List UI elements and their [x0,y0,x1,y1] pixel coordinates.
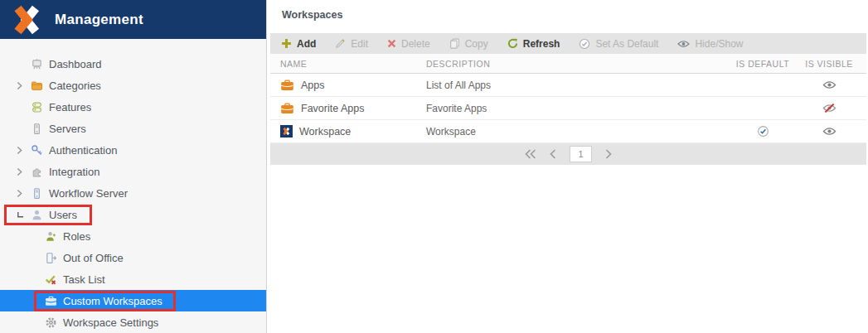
gear-icon [44,316,57,329]
workspace-name: Apps [301,80,325,91]
app-header: Management [0,0,266,39]
delete-button[interactable]: Delete [387,38,430,50]
key-icon [30,143,43,157]
sidebar-item-label: Authentication [49,144,117,157]
previous-page-button[interactable] [550,149,556,159]
eye-icon [822,80,836,89]
sidebar-item-workflow-server[interactable]: Workflow Server [0,182,266,204]
sidebar-item-label: Roles [63,230,90,243]
sidebar-item-servers[interactable]: Servers [0,118,266,139]
chevron-left-icon [550,149,556,159]
sidebar-item-label: Categories [49,80,101,92]
sidebar-item-users[interactable]: Users [0,204,266,225]
expander-collapsed[interactable] [17,167,30,176]
management-app-window: Management Dashboard Categories Features [0,0,868,333]
refresh-icon [507,38,518,49]
column-header-is-visible[interactable]: IS VISIBLE [805,59,853,69]
sidebar-item-roles[interactable]: Roles [0,225,266,247]
sidebar-item-integration[interactable]: Integration [0,161,266,182]
dashboard-icon [30,57,43,70]
sidebar-item-out-of-office[interactable]: Out of Office [0,247,266,268]
workspace-name: Favorite Apps [301,103,364,114]
sidebar-item-features[interactable]: Features [0,96,266,118]
is-default-check-icon [757,125,769,138]
expander-expanded[interactable] [17,211,30,219]
edit-button-label: Edit [351,38,368,50]
folder-icon [30,79,43,92]
next-page-button[interactable] [605,149,612,159]
column-header-is-default[interactable]: IS DEFAULT [736,59,789,69]
hide-show-label: Hide/Show [695,38,743,50]
plus-icon [281,38,292,49]
hide-show-button[interactable]: Hide/Show [677,38,743,50]
workspaces-panel: Workspaces Add Edit Delete Copy [268,0,868,333]
workspace-description: Workspace [426,126,725,138]
workspace-tile-logo-icon [280,125,293,138]
double-chevron-left-icon [525,149,536,159]
pagination-bar: 1 [270,143,866,165]
sidebar-nav-tree: Dashboard Categories Features Servers [0,39,266,333]
copy-icon [449,38,460,49]
sidebar-item-label: Custom Workspaces [63,295,162,307]
chevron-right-icon [17,189,22,198]
circle-check-icon [579,38,590,50]
add-button[interactable]: Add [281,38,316,50]
sidebar-item-label: Dashboard [49,58,102,70]
door-exit-icon [44,251,57,264]
refresh-button[interactable]: Refresh [507,38,560,50]
chevron-right-icon [605,149,612,159]
expander-collapsed[interactable] [17,146,30,155]
expander-collapsed[interactable] [17,189,30,198]
briefcase-icon [280,103,294,114]
column-header-description[interactable]: DESCRIPTION [426,59,725,69]
sidebar-item-label: Task List [63,273,105,286]
sidebar: Management Dashboard Categories Features [0,0,267,333]
refresh-button-label: Refresh [523,38,560,50]
sidebar-item-custom-workspaces[interactable]: Custom Workspaces [0,290,266,311]
brand-x-logo-icon [10,3,45,36]
table-row[interactable]: Workspace Workspace [270,120,866,143]
eye-icon [822,127,836,136]
annotation-highlight-box: Users [4,205,92,225]
sidebar-item-authentication[interactable]: Authentication [0,139,266,161]
current-page-input[interactable]: 1 [570,146,592,162]
copy-button-label: Copy [465,38,488,50]
table-row[interactable]: Favorite Apps Favorite Apps [270,97,866,120]
panel-title: Workspaces [268,0,868,33]
first-page-button[interactable] [525,149,536,159]
server-icon [30,186,43,200]
expander-collapsed[interactable] [17,81,30,90]
copy-button[interactable]: Copy [449,38,488,50]
add-button-label: Add [297,38,316,50]
expanded-corner-icon [17,211,24,219]
table-header: NAME DESCRIPTION IS DEFAULT IS VISIBLE [270,54,866,74]
sidebar-item-label: Features [49,101,91,113]
set-as-default-button[interactable]: Set As Default [579,38,658,50]
workspace-description: List of All Apps [426,80,725,91]
annotation-highlight-box: Custom Workspaces [34,291,176,311]
features-icon [30,100,43,113]
workspace-description: Favorite Apps [426,103,725,114]
sidebar-item-label: Workspace Settings [63,316,158,329]
sidebar-item-task-list[interactable]: Task List [0,268,266,290]
workspace-name: Workspace [299,126,351,138]
user-icon [30,208,43,221]
chevron-right-icon [17,81,22,90]
eye-slash-icon [822,104,836,113]
briefcase-icon [44,294,57,307]
sidebar-item-label: Integration [49,166,99,178]
briefcase-icon [280,80,294,91]
sidebar-item-dashboard[interactable]: Dashboard [0,53,266,75]
sidebar-item-label: Workflow Server [49,187,128,200]
sidebar-item-label: Users [49,209,77,221]
column-header-name[interactable]: NAME [280,59,426,69]
sidebar-item-categories[interactable]: Categories [0,75,266,96]
table-row[interactable]: Apps List of All Apps [270,74,866,97]
edit-button[interactable]: Edit [335,38,368,50]
set-as-default-label: Set As Default [595,38,658,50]
app-title: Management [55,12,143,28]
sidebar-item-workspace-settings[interactable]: Workspace Settings [0,311,266,333]
puzzle-icon [30,165,43,178]
eye-icon [677,40,690,48]
chevron-right-icon [17,167,22,176]
